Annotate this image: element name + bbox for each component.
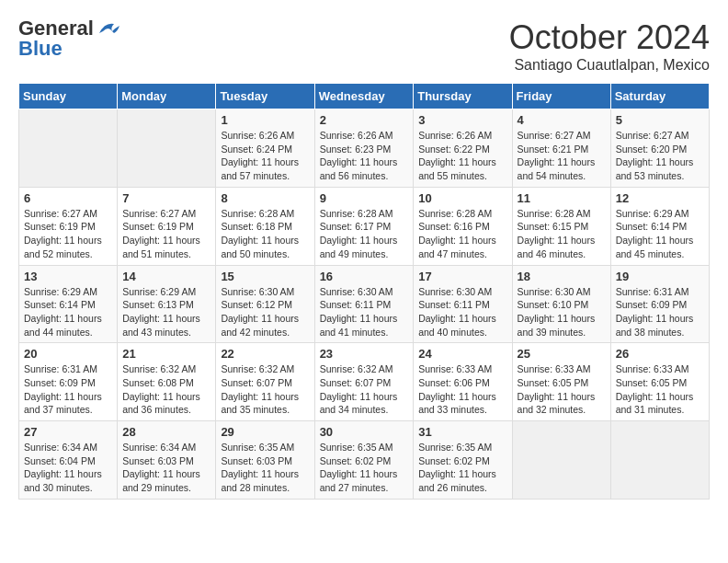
calendar-day: 10Sunrise: 6:28 AM Sunset: 6:16 PM Dayli… [414, 187, 512, 265]
weekday-header-tuesday: Tuesday [216, 84, 314, 109]
day-number: 6 [24, 191, 112, 205]
day-number: 30 [320, 425, 409, 439]
calendar-day: 27Sunrise: 6:34 AM Sunset: 6:04 PM Dayli… [19, 421, 118, 500]
day-info: Sunrise: 6:32 AM Sunset: 6:07 PM Dayligh… [221, 362, 309, 417]
calendar-day: 8Sunrise: 6:28 AM Sunset: 6:18 PM Daylig… [216, 187, 314, 265]
calendar-day: 14Sunrise: 6:29 AM Sunset: 6:13 PM Dayli… [118, 265, 216, 343]
day-info: Sunrise: 6:27 AM Sunset: 6:20 PM Dayligh… [616, 129, 704, 183]
calendar-week-1: 1Sunrise: 6:26 AM Sunset: 6:24 PM Daylig… [19, 109, 710, 188]
day-number: 12 [616, 191, 704, 205]
calendar-day: 25Sunrise: 6:33 AM Sunset: 6:05 PM Dayli… [512, 343, 610, 421]
day-number: 5 [616, 113, 704, 127]
calendar-day: 21Sunrise: 6:32 AM Sunset: 6:08 PM Dayli… [118, 343, 216, 421]
weekday-header-row: SundayMondayTuesdayWednesdayThursdayFrid… [19, 84, 710, 109]
day-info: Sunrise: 6:31 AM Sunset: 6:09 PM Dayligh… [616, 285, 704, 339]
day-number: 21 [122, 347, 210, 361]
calendar-day: 9Sunrise: 6:28 AM Sunset: 6:17 PM Daylig… [314, 187, 414, 265]
day-number: 2 [320, 113, 409, 127]
day-info: Sunrise: 6:30 AM Sunset: 6:12 PM Dayligh… [221, 285, 309, 339]
calendar-day: 7Sunrise: 6:27 AM Sunset: 6:19 PM Daylig… [118, 187, 216, 265]
day-info: Sunrise: 6:33 AM Sunset: 6:06 PM Dayligh… [418, 362, 506, 417]
calendar-day: 6Sunrise: 6:27 AM Sunset: 6:19 PM Daylig… [19, 187, 118, 265]
day-number: 27 [24, 425, 112, 439]
day-info: Sunrise: 6:27 AM Sunset: 6:19 PM Dayligh… [24, 207, 112, 261]
day-number: 24 [418, 347, 506, 361]
day-info: Sunrise: 6:34 AM Sunset: 6:04 PM Dayligh… [24, 441, 112, 495]
calendar-day [118, 109, 216, 188]
calendar-day: 18Sunrise: 6:30 AM Sunset: 6:10 PM Dayli… [512, 265, 610, 343]
day-number: 1 [221, 113, 309, 127]
calendar-day: 20Sunrise: 6:31 AM Sunset: 6:09 PM Dayli… [19, 343, 118, 421]
day-info: Sunrise: 6:35 AM Sunset: 6:02 PM Dayligh… [320, 441, 409, 495]
location-title: Santiago Cuautlalpan, Mexico [509, 57, 710, 74]
day-number: 11 [518, 191, 606, 205]
calendar-day: 22Sunrise: 6:32 AM Sunset: 6:07 PM Dayli… [216, 343, 314, 421]
calendar-day: 15Sunrise: 6:30 AM Sunset: 6:12 PM Dayli… [216, 265, 314, 343]
day-info: Sunrise: 6:30 AM Sunset: 6:11 PM Dayligh… [418, 285, 506, 339]
day-number: 7 [122, 191, 210, 205]
day-number: 28 [122, 425, 210, 439]
day-number: 25 [518, 347, 606, 361]
calendar-week-2: 6Sunrise: 6:27 AM Sunset: 6:19 PM Daylig… [19, 187, 710, 265]
calendar-week-5: 27Sunrise: 6:34 AM Sunset: 6:04 PM Dayli… [19, 421, 710, 500]
day-info: Sunrise: 6:29 AM Sunset: 6:14 PM Dayligh… [616, 207, 704, 261]
day-number: 22 [221, 347, 309, 361]
day-number: 29 [221, 425, 309, 439]
calendar-day [19, 109, 118, 188]
day-info: Sunrise: 6:26 AM Sunset: 6:23 PM Dayligh… [320, 129, 409, 183]
calendar-table: SundayMondayTuesdayWednesdayThursdayFrid… [18, 83, 710, 500]
logo-general-text: General [18, 18, 94, 39]
day-info: Sunrise: 6:34 AM Sunset: 6:03 PM Dayligh… [122, 441, 210, 495]
day-info: Sunrise: 6:28 AM Sunset: 6:18 PM Dayligh… [221, 207, 309, 261]
day-number: 14 [122, 270, 210, 283]
logo-bird-icon [96, 18, 121, 39]
day-number: 31 [418, 425, 506, 439]
day-info: Sunrise: 6:26 AM Sunset: 6:22 PM Dayligh… [418, 129, 506, 183]
day-info: Sunrise: 6:26 AM Sunset: 6:24 PM Dayligh… [221, 129, 309, 183]
weekday-header-sunday: Sunday [19, 84, 118, 109]
day-info: Sunrise: 6:27 AM Sunset: 6:19 PM Dayligh… [122, 207, 210, 261]
day-info: Sunrise: 6:35 AM Sunset: 6:03 PM Dayligh… [221, 441, 309, 495]
day-number: 26 [616, 347, 704, 361]
calendar-day: 24Sunrise: 6:33 AM Sunset: 6:06 PM Dayli… [414, 343, 512, 421]
calendar-day: 26Sunrise: 6:33 AM Sunset: 6:05 PM Dayli… [610, 343, 709, 421]
day-info: Sunrise: 6:32 AM Sunset: 6:07 PM Dayligh… [320, 362, 409, 417]
calendar-day: 31Sunrise: 6:35 AM Sunset: 6:02 PM Dayli… [414, 421, 512, 500]
day-number: 16 [320, 270, 409, 283]
calendar-day: 12Sunrise: 6:29 AM Sunset: 6:14 PM Dayli… [610, 187, 709, 265]
day-number: 18 [518, 270, 606, 283]
day-info: Sunrise: 6:30 AM Sunset: 6:10 PM Dayligh… [518, 285, 606, 339]
calendar-day [610, 421, 709, 500]
calendar-day: 1Sunrise: 6:26 AM Sunset: 6:24 PM Daylig… [216, 109, 314, 188]
calendar-day: 29Sunrise: 6:35 AM Sunset: 6:03 PM Dayli… [216, 421, 314, 500]
calendar-week-3: 13Sunrise: 6:29 AM Sunset: 6:14 PM Dayli… [19, 265, 710, 343]
calendar-week-4: 20Sunrise: 6:31 AM Sunset: 6:09 PM Dayli… [19, 343, 710, 421]
calendar-day: 3Sunrise: 6:26 AM Sunset: 6:22 PM Daylig… [414, 109, 512, 188]
day-info: Sunrise: 6:30 AM Sunset: 6:11 PM Dayligh… [320, 285, 409, 339]
calendar-day: 17Sunrise: 6:30 AM Sunset: 6:11 PM Dayli… [414, 265, 512, 343]
day-number: 19 [616, 270, 704, 283]
logo: General Blue [18, 18, 121, 59]
weekday-header-monday: Monday [118, 84, 216, 109]
calendar-day: 28Sunrise: 6:34 AM Sunset: 6:03 PM Dayli… [118, 421, 216, 500]
weekday-header-thursday: Thursday [414, 84, 512, 109]
day-info: Sunrise: 6:32 AM Sunset: 6:08 PM Dayligh… [122, 362, 210, 417]
day-info: Sunrise: 6:33 AM Sunset: 6:05 PM Dayligh… [616, 362, 704, 417]
day-number: 9 [320, 191, 409, 205]
day-number: 15 [221, 270, 309, 283]
calendar-day: 4Sunrise: 6:27 AM Sunset: 6:21 PM Daylig… [512, 109, 610, 188]
day-info: Sunrise: 6:28 AM Sunset: 6:17 PM Dayligh… [320, 207, 409, 261]
calendar-day: 13Sunrise: 6:29 AM Sunset: 6:14 PM Dayli… [19, 265, 118, 343]
day-number: 20 [24, 347, 112, 361]
month-title: October 2024 [509, 18, 710, 57]
page-header: General Blue October 2024 Santiago Cuaut… [18, 18, 710, 74]
calendar-day [512, 421, 610, 500]
title-block: October 2024 Santiago Cuautlalpan, Mexic… [509, 18, 710, 74]
weekday-header-saturday: Saturday [610, 84, 709, 109]
day-info: Sunrise: 6:35 AM Sunset: 6:02 PM Dayligh… [418, 441, 506, 495]
day-info: Sunrise: 6:31 AM Sunset: 6:09 PM Dayligh… [24, 362, 112, 417]
day-number: 10 [418, 191, 506, 205]
day-info: Sunrise: 6:28 AM Sunset: 6:16 PM Dayligh… [418, 207, 506, 261]
calendar-day: 16Sunrise: 6:30 AM Sunset: 6:11 PM Dayli… [314, 265, 414, 343]
day-info: Sunrise: 6:28 AM Sunset: 6:15 PM Dayligh… [518, 207, 606, 261]
